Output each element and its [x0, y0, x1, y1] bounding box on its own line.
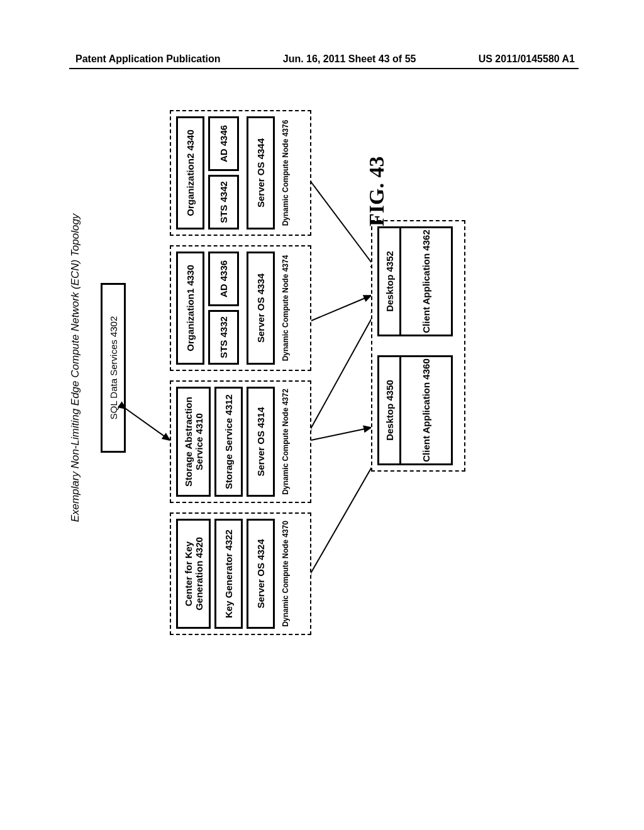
compute-node-4376: Organization2 4340 STS 4342 AD 4346 Serv… [170, 110, 311, 236]
org1-box: Organization1 4330 [176, 252, 204, 365]
desktop-4350-title: Desktop 4350 [377, 355, 399, 465]
compute-node-4372: Storage Abstraction Service 4310 Storage… [170, 380, 311, 503]
svg-line-0 [126, 409, 170, 440]
desktop-4352-title: Desktop 4352 [377, 226, 399, 336]
figure-label: FIG. 43 [365, 157, 389, 226]
header-center: Jun. 16, 2011 Sheet 43 of 55 [283, 53, 416, 65]
storage-abstraction-box: Storage Abstraction Service 4310 [176, 387, 211, 497]
client-app-4362: Client Application 4362 [399, 226, 453, 336]
svg-line-2 [311, 428, 371, 440]
ad-4336-box: AD 4336 [208, 252, 239, 306]
svg-line-3 [311, 296, 371, 321]
diagram-stage: Exemplary Non-Limiting Edge Compute Netw… [69, 145, 604, 635]
sql-data-services-box: SQL Data Services 4302 [101, 283, 126, 453]
sts-4342-box: STS 4342 [208, 175, 239, 230]
node-4376-caption: Dynamic Compute Node 4376 [281, 116, 290, 230]
connector-lines [69, 101, 560, 635]
storage-service-box: Storage Service 4312 [214, 387, 243, 497]
compute-node-4374: Organization1 4330 STS 4332 AD 4336 Serv… [170, 245, 311, 371]
compute-node-4370: Center for Key Generation 4320 Key Gener… [170, 512, 311, 635]
client-app-4360: Client Application 4360 [399, 355, 453, 465]
header-rule [69, 68, 579, 69]
header-right: US 2011/0145580 A1 [479, 53, 575, 65]
server-os-4314-box: Server OS 4314 [247, 387, 275, 497]
page-header: Patent Application Publication Jun. 16, … [0, 53, 644, 65]
header-left: Patent Application Publication [75, 53, 221, 65]
node-4370-caption: Dynamic Compute Node 4370 [281, 519, 290, 629]
center-key-gen-box: Center for Key Generation 4320 [176, 519, 211, 629]
desktop-group: Desktop 4350 Client Application 4360 Des… [371, 220, 465, 472]
ad-4346-box: AD 4346 [208, 116, 239, 171]
server-os-4344-box: Server OS 4344 [247, 116, 275, 230]
server-os-4334-box: Server OS 4334 [247, 252, 275, 365]
desktop-4352: Desktop 4352 Client Application 4362 [377, 226, 459, 336]
key-generator-box: Key Generator 4322 [214, 519, 243, 629]
svg-line-5 [311, 308, 377, 428]
node-4372-caption: Dynamic Compute Node 4372 [281, 387, 290, 497]
desktop-4350: Desktop 4350 Client Application 4360 [377, 355, 459, 465]
org2-box: Organization2 4340 [176, 116, 204, 230]
sts-4332-box: STS 4332 [208, 310, 239, 365]
diagram-title: Exemplary Non-Limiting Edge Compute Netw… [69, 101, 82, 635]
server-os-4324-box: Server OS 4324 [247, 519, 275, 629]
node-4374-caption: Dynamic Compute Node 4374 [281, 252, 290, 365]
